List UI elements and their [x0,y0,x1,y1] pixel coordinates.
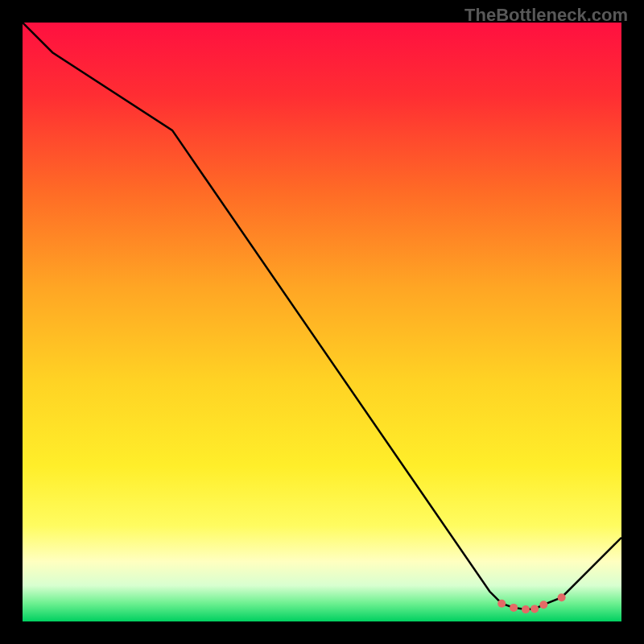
plot-area [23,23,621,621]
chart-container: TheBottleneck.com [0,0,644,644]
svg-rect-0 [23,23,621,621]
gradient-background [23,23,621,621]
